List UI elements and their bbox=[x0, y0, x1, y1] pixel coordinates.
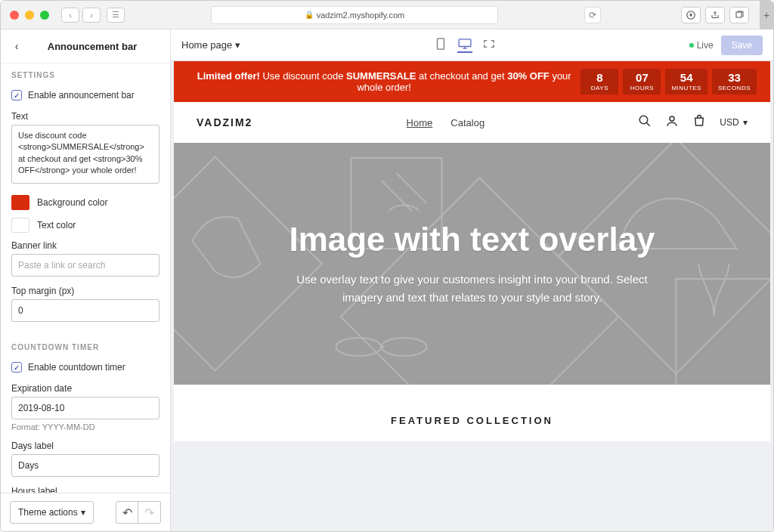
featured-title: FEATURED COLLECTION bbox=[174, 415, 770, 426]
url-text: vadzim2.myshopify.com bbox=[317, 11, 405, 20]
banner-link-input[interactable] bbox=[11, 254, 159, 277]
svg-rect-2 bbox=[437, 38, 444, 48]
forward-button[interactable]: › bbox=[82, 8, 101, 23]
redo-button[interactable]: ↷ bbox=[138, 501, 161, 524]
tabs-button[interactable] bbox=[729, 7, 749, 23]
undo-button[interactable]: ↶ bbox=[116, 501, 138, 524]
featured-section: FEATURED COLLECTION bbox=[174, 385, 770, 441]
nav-home[interactable]: Home bbox=[407, 117, 433, 128]
svg-rect-1 bbox=[736, 12, 741, 17]
share-button[interactable] bbox=[705, 7, 725, 23]
banner-link-label: Banner link bbox=[11, 240, 159, 251]
maximize-icon[interactable] bbox=[40, 11, 49, 20]
text-label: Text bbox=[11, 111, 159, 122]
save-button[interactable]: Save bbox=[721, 36, 763, 55]
lock-icon: 🔒 bbox=[305, 11, 314, 19]
svg-rect-3 bbox=[459, 39, 471, 46]
top-margin-input[interactable] bbox=[11, 299, 159, 322]
timer-days: 8 DAYS bbox=[580, 69, 618, 94]
enable-countdown-checkbox[interactable] bbox=[11, 362, 22, 373]
enable-countdown-label: Enable countdown timer bbox=[28, 362, 125, 373]
editor-topbar: Home page ▾ L bbox=[171, 29, 773, 61]
days-label-input[interactable] bbox=[11, 454, 159, 477]
countdown-timer: 8 DAYS 07 HOURS 54 MINUTES bbox=[580, 69, 757, 94]
banner-text: Limited offer! Use discount code SUMMERS… bbox=[187, 70, 580, 93]
nav-catalog[interactable]: Catalog bbox=[450, 117, 485, 128]
sidebar-title: Announcement bar bbox=[23, 41, 161, 52]
theme-actions-button[interactable]: Theme actions ▾ bbox=[10, 501, 94, 524]
countdown-section-label: COUNTDOWN TIMER bbox=[11, 331, 159, 359]
store-header: VADZIM2 Home Catalog USD ▾ bbox=[174, 102, 770, 143]
hero-section: Image with text overlay Use overlay text… bbox=[174, 143, 770, 385]
announcement-text-input[interactable] bbox=[11, 125, 159, 184]
expiration-hint: Format: YYYY-MM-DD bbox=[11, 422, 159, 431]
sidebar-toggle-button[interactable]: ☰ bbox=[107, 8, 125, 23]
text-color-swatch[interactable] bbox=[11, 218, 29, 233]
text-color-label: Text color bbox=[37, 220, 76, 230]
svg-point-4 bbox=[640, 116, 649, 124]
browser-window: ‹ › ☰ 🔒 vadzim2.myshopify.com ⟳ + ‹ A bbox=[0, 0, 774, 532]
download-button[interactable] bbox=[681, 7, 701, 23]
days-label-label: Days label bbox=[11, 441, 159, 451]
timer-minutes: 54 MINUTES bbox=[665, 69, 707, 94]
browser-titlebar: ‹ › ☰ 🔒 vadzim2.myshopify.com ⟳ + bbox=[1, 1, 773, 29]
cart-icon[interactable] bbox=[692, 114, 706, 131]
new-tab-button[interactable]: + bbox=[760, 1, 773, 29]
address-bar[interactable]: 🔒 vadzim2.myshopify.com bbox=[211, 6, 498, 24]
page-selector[interactable]: Home page ▾ bbox=[181, 39, 240, 51]
caret-down-icon: ▾ bbox=[81, 507, 85, 518]
chevron-down-icon: ▾ bbox=[235, 39, 240, 51]
svg-point-5 bbox=[670, 116, 674, 121]
live-dot-icon bbox=[689, 43, 694, 48]
settings-sidebar: ‹ Announcement bar SETTINGS Enable annou… bbox=[1, 29, 171, 531]
desktop-view-tab[interactable] bbox=[457, 38, 472, 53]
hero-title: Image with text overlay bbox=[276, 221, 669, 258]
timer-hours: 07 HOURS bbox=[623, 69, 661, 94]
settings-section-label: SETTINGS bbox=[1, 63, 170, 87]
account-icon[interactable] bbox=[665, 114, 679, 131]
timer-seconds: 33 SECONDS bbox=[712, 69, 757, 94]
background-color-swatch[interactable] bbox=[11, 195, 29, 210]
store-brand[interactable]: VADZIM2 bbox=[197, 116, 252, 128]
close-icon[interactable] bbox=[10, 11, 19, 20]
top-margin-label: Top margin (px) bbox=[11, 286, 159, 296]
expiration-input[interactable] bbox=[11, 397, 159, 419]
sidebar-back-button[interactable]: ‹ bbox=[10, 40, 23, 52]
hours-label-label: Hours label bbox=[11, 486, 159, 493]
enable-bar-label: Enable announcement bar bbox=[28, 90, 135, 101]
live-status: Live bbox=[689, 40, 714, 51]
background-color-label: Background color bbox=[37, 197, 107, 208]
reload-button[interactable]: ⟳ bbox=[584, 7, 601, 23]
minimize-icon[interactable] bbox=[25, 11, 34, 20]
fullscreen-view-tab[interactable] bbox=[481, 38, 497, 53]
announcement-banner: Limited offer! Use discount code SUMMERS… bbox=[174, 61, 770, 102]
currency-selector[interactable]: USD ▾ bbox=[720, 117, 748, 128]
search-icon[interactable] bbox=[638, 114, 652, 131]
window-controls bbox=[10, 11, 49, 20]
enable-bar-checkbox[interactable] bbox=[11, 90, 22, 101]
hero-description: Use overlay text to give your customers … bbox=[276, 271, 669, 307]
mobile-view-tab[interactable] bbox=[433, 38, 448, 53]
expiration-label: Expiration date bbox=[11, 383, 159, 394]
preview-pane: Limited offer! Use discount code SUMMERS… bbox=[171, 61, 773, 531]
back-button[interactable]: ‹ bbox=[61, 8, 79, 23]
